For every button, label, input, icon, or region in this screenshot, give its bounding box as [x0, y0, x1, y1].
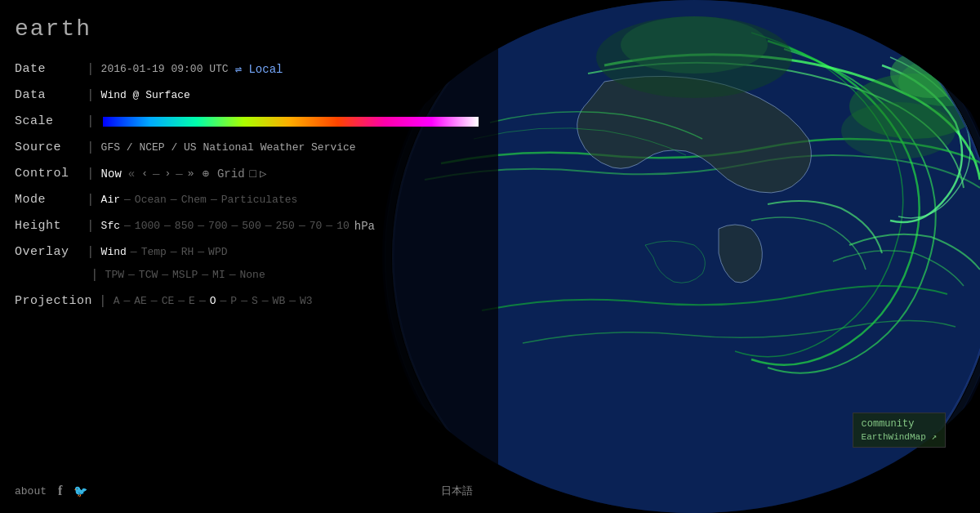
- proj-p[interactable]: P: [230, 293, 237, 310]
- control-next-next[interactable]: »: [188, 166, 194, 182]
- date-label: Date: [15, 60, 80, 79]
- data-separator: |: [87, 86, 95, 105]
- overlay-mslp[interactable]: MSLP: [172, 267, 198, 283]
- overlay-mi[interactable]: MI: [212, 267, 225, 283]
- date-row: Date | 2016-01-19 09:00 UTC ⇌ Local: [15, 60, 483, 79]
- bottom-bar: about f 🐦: [15, 484, 87, 498]
- svg-point-7: [621, 16, 768, 74]
- source-value: GFS / NCEP / US National Weather Service: [101, 140, 356, 156]
- height-1000[interactable]: 1000: [135, 218, 160, 234]
- scale-label: Scale: [15, 113, 80, 132]
- source-row: Source | GFS / NCEP / US National Weathe…: [15, 138, 483, 158]
- scale-separator: |: [87, 112, 95, 132]
- proj-ae[interactable]: AE: [134, 293, 147, 310]
- height-500[interactable]: 500: [242, 218, 261, 234]
- twitter-icon[interactable]: 🐦: [74, 484, 87, 498]
- height-separator: |: [87, 216, 95, 236]
- proj-wb[interactable]: WB: [273, 293, 286, 310]
- overlay-row2-separator: |: [91, 265, 99, 285]
- scale-bar: [103, 117, 479, 127]
- overlay-items-row1: Wind — Temp — RH — WPD: [101, 244, 228, 261]
- mode-chem[interactable]: Chem: [181, 192, 207, 208]
- data-label: Data: [15, 87, 80, 105]
- control-now[interactable]: Now: [101, 166, 122, 183]
- scale-row: Scale |: [15, 112, 483, 132]
- height-label: Height: [15, 217, 80, 236]
- about-link[interactable]: about: [15, 485, 47, 497]
- control-play[interactable]: ▷: [260, 166, 266, 183]
- data-value: Wind @ Surface: [101, 87, 190, 104]
- control-panel: earth Date | 2016-01-19 09:00 UTC ⇌ Loca…: [0, 0, 498, 513]
- overlay-tcw[interactable]: TCW: [139, 267, 158, 283]
- mode-label: Mode: [15, 191, 80, 210]
- projection-items: A — AE — CE — E — O — P — S — WB — W3: [114, 293, 313, 310]
- app-title: earth: [15, 16, 483, 42]
- proj-a[interactable]: A: [114, 293, 120, 310]
- community-badge[interactable]: community EarthWindMap ↗: [853, 413, 946, 448]
- overlay-row2: | TPW — TCW — MSLP — MI — None: [15, 265, 483, 285]
- overlay-label: Overlay: [15, 243, 80, 262]
- mode-row: Mode | Air — Ocean — Chem — Particulates: [15, 190, 483, 210]
- source-label: Source: [15, 139, 80, 158]
- height-700[interactable]: 700: [208, 218, 227, 234]
- control-prev-step[interactable]: ‹: [141, 166, 148, 182]
- overlay-temp[interactable]: Temp: [141, 244, 167, 261]
- control-minus1: —: [153, 166, 159, 183]
- height-250[interactable]: 250: [276, 218, 295, 234]
- svg-point-8: [890, 49, 972, 98]
- proj-ce[interactable]: CE: [162, 293, 175, 310]
- source-separator: |: [87, 138, 95, 158]
- proj-o[interactable]: O: [210, 293, 216, 310]
- control-label: Control: [15, 165, 80, 184]
- control-grid-label: Grid: [217, 166, 245, 183]
- proj-s[interactable]: S: [252, 293, 258, 310]
- facebook-icon[interactable]: f: [58, 484, 62, 498]
- svg-point-5: [841, 102, 956, 159]
- height-row: Height | Sfc — 1000 — 850 — 700 — 500 — …: [15, 216, 483, 236]
- control-plus[interactable]: ⊕: [202, 166, 208, 183]
- mode-ocean[interactable]: Ocean: [135, 192, 167, 208]
- date-value: 2016-01-19 09:00 UTC: [101, 61, 229, 78]
- mode-particulates[interactable]: Particulates: [221, 192, 298, 208]
- control-next-step[interactable]: ›: [164, 166, 171, 182]
- overlay-separator: |: [87, 243, 95, 262]
- mode-air[interactable]: Air: [101, 192, 120, 208]
- community-name: EarthWindMap ↗: [862, 432, 937, 442]
- height-70[interactable]: 70: [310, 218, 323, 234]
- overlay-wpd[interactable]: WPD: [208, 244, 227, 261]
- height-10[interactable]: 10: [336, 218, 350, 234]
- community-label: community: [862, 418, 937, 430]
- control-separator: |: [87, 164, 95, 184]
- mode-items: Air — Ocean — Chem — Particulates: [101, 192, 298, 208]
- overlay-tpw[interactable]: TPW: [105, 267, 124, 283]
- mode-separator: |: [87, 190, 95, 210]
- projection-separator: |: [99, 292, 107, 311]
- projection-row: Projection | A — AE — CE — E — O — P — S…: [15, 292, 483, 311]
- height-sfc[interactable]: Sfc: [101, 218, 120, 234]
- control-row: Control | Now « ‹ — › — » ⊕ Grid □ ▷: [15, 164, 483, 184]
- proj-e[interactable]: E: [189, 293, 195, 310]
- overlay-row1: Overlay | Wind — Temp — RH — WPD: [15, 243, 483, 262]
- projection-label: Projection: [15, 292, 92, 311]
- overlay-items-row2: TPW — TCW — MSLP — MI — None: [105, 267, 265, 283]
- data-row: Data | Wind @ Surface: [15, 86, 483, 105]
- japanese-link[interactable]: 日本語: [441, 484, 473, 498]
- local-time-link[interactable]: ⇌ Local: [235, 61, 283, 78]
- height-items: Sfc — 1000 — 850 — 700 — 500 — 250 — 70 …: [101, 218, 375, 235]
- height-850[interactable]: 850: [175, 218, 194, 234]
- height-unit: hPa: [354, 218, 375, 235]
- proj-w3[interactable]: W3: [300, 293, 313, 310]
- date-separator: |: [87, 60, 95, 79]
- control-square[interactable]: □: [250, 166, 256, 183]
- overlay-rh[interactable]: RH: [181, 244, 194, 261]
- overlay-wind[interactable]: Wind: [101, 244, 127, 261]
- overlay-none[interactable]: None: [240, 267, 265, 283]
